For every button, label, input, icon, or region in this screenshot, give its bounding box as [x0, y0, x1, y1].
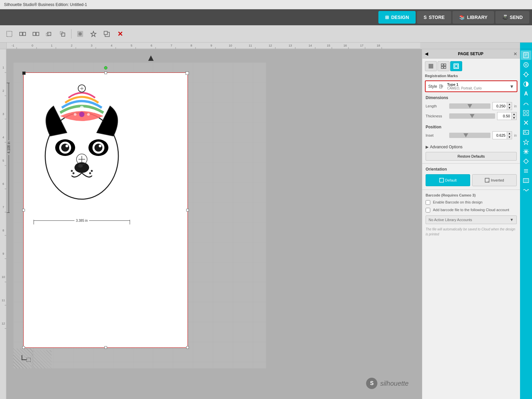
nav-library-tab[interactable]: 📚 LIBRARY	[453, 11, 494, 24]
enable-barcode-checkbox[interactable]	[426, 200, 430, 205]
handle-br[interactable]	[186, 346, 189, 349]
front-btn[interactable]	[43, 28, 55, 40]
collapse-arrow[interactable]: ◀	[425, 52, 428, 56]
advanced-options-row[interactable]: ▶ Advanced Options	[422, 143, 520, 151]
inset-slider-thumb	[464, 133, 468, 137]
panel-tab-2[interactable]	[438, 61, 450, 71]
rotation-handle[interactable]	[104, 66, 107, 69]
svg-point-94	[66, 145, 68, 147]
iconbar-color-btn[interactable]	[521, 60, 531, 69]
nav-store-tab[interactable]: S STORE	[417, 11, 451, 24]
handle-ml[interactable]	[22, 209, 25, 211]
handle-tl[interactable]	[22, 71, 26, 75]
panel-close-btn[interactable]: ✕	[513, 51, 517, 57]
iconbar-settings-btn[interactable]	[521, 70, 531, 79]
handle-bl[interactable]	[22, 346, 25, 349]
thickness-spin-down[interactable]: ▼	[512, 116, 516, 120]
thickness-slider[interactable]	[449, 113, 495, 119]
nav-send-tab[interactable]: 📠 SEND	[495, 11, 529, 24]
style-dropdown-btn[interactable]: ▼	[509, 84, 514, 89]
iconbar-map-btn[interactable]	[521, 176, 531, 185]
length-spin-down[interactable]: ▼	[507, 106, 512, 110]
add-barcode-checkbox[interactable]	[426, 208, 430, 212]
svg-rect-0	[7, 31, 12, 37]
svg-rect-1	[20, 32, 22, 36]
orientation-default-btn[interactable]: Default	[426, 174, 470, 186]
svg-rect-109	[444, 66, 446, 68]
iconbar-curve-btn[interactable]	[521, 99, 531, 108]
length-spin-up[interactable]: ▲	[507, 102, 512, 106]
merge-btn[interactable]	[74, 28, 86, 40]
length-slider-thumb	[467, 104, 472, 108]
iconbar-contrast-btn[interactable]	[521, 79, 531, 89]
svg-text:1: 1	[51, 44, 53, 47]
handle-tr[interactable]	[186, 71, 189, 75]
length-slider[interactable]	[449, 103, 490, 109]
svg-text:4: 4	[2, 136, 4, 139]
title-text: Silhouette Studio® Business Edition: Unt…	[4, 2, 87, 7]
iconbar-star-btn[interactable]	[521, 137, 531, 147]
inverted-orient-icon	[485, 178, 489, 183]
iconbar-snowflake-btn[interactable]	[521, 147, 531, 156]
svg-point-100	[91, 170, 93, 172]
position-header: Position	[426, 125, 517, 129]
thickness-spin-up[interactable]: ▲	[512, 112, 516, 116]
registration-mark	[78, 84, 86, 92]
iconbar-grid-btn[interactable]	[521, 108, 531, 118]
transform-btn[interactable]	[101, 28, 113, 40]
svg-text:9: 9	[2, 252, 4, 255]
select-tool-btn[interactable]	[3, 28, 15, 40]
inset-value: 0.625	[493, 133, 507, 138]
restore-defaults-container: Restore Defaults	[422, 151, 520, 162]
ruler-right-spacer	[420, 43, 520, 49]
restore-defaults-btn[interactable]: Restore Defaults	[426, 152, 517, 161]
inset-slider[interactable]	[449, 133, 490, 138]
handle-tc[interactable]	[104, 71, 107, 74]
iconbar-diamond-btn[interactable]	[521, 157, 531, 166]
library-accounts-label: No Active Library Accounts	[429, 218, 472, 222]
svg-text:6: 6	[2, 182, 4, 186]
svg-text:5: 5	[131, 44, 132, 47]
dim-tick-top	[7, 83, 10, 83]
iconbar-image-btn[interactable]	[521, 128, 531, 137]
iconbar-cut-btn[interactable]	[521, 118, 531, 127]
design-icon: ⊞	[385, 15, 389, 20]
iconbar-list-btn[interactable]	[521, 166, 531, 176]
height-label: 4.108 in	[7, 140, 11, 155]
orientation-inverted-btn[interactable]: Inverted	[472, 174, 517, 186]
svg-rect-4	[36, 32, 39, 36]
star-btn[interactable]	[87, 28, 99, 40]
svg-text:6: 6	[151, 44, 152, 47]
svg-rect-107	[444, 64, 446, 66]
inset-spin-down[interactable]: ▼	[507, 135, 512, 139]
svg-text:2: 2	[71, 44, 72, 47]
ungroup-btn[interactable]	[30, 28, 42, 40]
library-accounts-dropdown[interactable]: No Active Library Accounts ▼	[426, 215, 517, 224]
nav-design-tab[interactable]: ⊞ DESIGN	[378, 11, 416, 24]
panel-tab-3[interactable]	[450, 61, 462, 71]
thickness-value: 0.50	[497, 113, 511, 119]
nav-bar: ⊞ DESIGN S STORE 📚 LIBRARY 📠 SEND	[0, 9, 532, 25]
dog-design[interactable]: 3.385 in	[34, 83, 130, 212]
group-btn[interactable]	[17, 28, 29, 40]
iconbar-page-btn[interactable]	[521, 51, 531, 60]
inset-spin-up[interactable]: ▲	[507, 132, 512, 135]
inset-row: Inset 0.625 ▲ ▼ in	[426, 131, 517, 139]
svg-rect-2	[23, 32, 26, 36]
iconbar-text-btn[interactable]: A	[521, 89, 531, 98]
length-label: Length	[426, 104, 447, 108]
silhouette-logo-circle: S	[366, 378, 377, 389]
panel-tab-1[interactable]	[425, 61, 437, 71]
ruler-v-svg: 1 2 3 4 5 6 7 8 9 10 11	[0, 49, 7, 399]
svg-rect-110	[454, 64, 459, 68]
delete-btn[interactable]: ✕	[114, 28, 126, 40]
iconbar-wave-btn[interactable]	[521, 186, 531, 195]
inverted-btn-label: Inverted	[491, 178, 504, 182]
svg-rect-3	[33, 32, 36, 36]
handle-mr[interactable]	[186, 209, 189, 211]
back-btn[interactable]	[57, 28, 68, 40]
handle-bc[interactable]	[104, 346, 107, 349]
corner-crosshatch-bl2	[32, 350, 52, 368]
scroll-up-arrow[interactable]: ▲	[146, 53, 156, 63]
svg-point-92	[61, 144, 69, 152]
